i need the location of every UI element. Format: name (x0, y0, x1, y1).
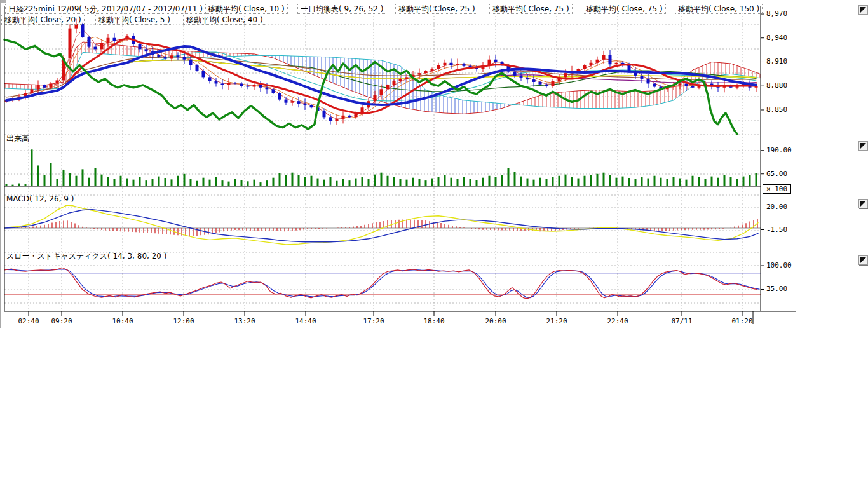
legend-item-indicator: 移動平均( Close, 150 ) (675, 4, 763, 14)
y-axis-label: 190.00 (766, 147, 792, 154)
y-axis-label: 8,940 (766, 34, 787, 42)
y-axis-label: 20.00 (766, 203, 787, 211)
diagonal-arrow-icon (860, 201, 866, 207)
x-axis-label: 09:20 (48, 318, 76, 325)
collapse-panel-icon[interactable] (858, 199, 868, 208)
price-chart-panel[interactable] (4, 19, 760, 125)
x-axis-label: 14:40 (292, 318, 320, 325)
x-axis-label: 10:40 (109, 318, 137, 325)
x-axis-label: 13:20 (231, 318, 259, 325)
legend-item-indicator: 移動平均( Close, 75 ) (583, 4, 666, 14)
y-axis-label: 65.00 (766, 170, 787, 178)
stochastics-panel-label: スロー・ストキャスティクス( 14, 3, 80, 20 ) (6, 252, 166, 261)
y-axis-label: 35.00 (766, 285, 787, 293)
stochastics-panel[interactable] (4, 268, 761, 299)
x-axis-label: 07/11 (668, 318, 696, 325)
x-axis-label: 21:20 (543, 318, 571, 325)
diagonal-arrow-icon (860, 7, 866, 13)
diagonal-arrow-icon (860, 143, 866, 149)
legend-item-indicator: 移動平均( Close, 75 ) (489, 4, 573, 14)
collapse-panel-icon[interactable] (858, 255, 868, 265)
y-axis-label: 8,850 (766, 106, 787, 114)
macd-panel-label: MACD( 12, 26, 9 ) (6, 194, 74, 203)
legend-item-indicator: 移動平均( Close, 5 ) (95, 15, 173, 25)
y-axis-label: 8,910 (766, 58, 787, 65)
legend-item-indicator: 移動平均( Close, 40 ) (183, 15, 266, 25)
y-axis-label: 100.00 (766, 262, 792, 269)
x-axis-label: 17:20 (360, 318, 388, 325)
x-axis-label: 20:00 (482, 318, 510, 325)
macd-histogram (6, 219, 757, 236)
x-axis-label: 01:20 (728, 318, 756, 325)
y-axis-label: 8,970 (766, 10, 787, 18)
macd-panel[interactable] (4, 205, 761, 245)
x-axis-label: 02:40 (15, 318, 43, 325)
diagonal-arrow-icon (860, 257, 866, 263)
legend-item-indicator: 移動平均( Close, 10 ) (205, 4, 288, 14)
y-axis-label: 8,880 (766, 82, 787, 90)
volume-multiplier-badge: × 100 (763, 184, 791, 194)
chart-application-window: 日経225mini 12/09( 5分, 2012/07/07 - 2012/0… (0, 0, 868, 488)
x-axis-label: 12:00 (170, 318, 198, 325)
volume-panel-label: 出来高 (6, 134, 29, 143)
x-axis-label: 22:40 (604, 318, 632, 325)
collapse-panel-icon[interactable] (858, 141, 868, 151)
volume-panel[interactable] (4, 149, 761, 186)
legend-item-indicator: 移動平均( Close, 20 ) (1, 15, 85, 25)
grid-lines (4, 6, 761, 310)
y-axis-label: -1.50 (766, 226, 787, 234)
collapse-panel-icon[interactable] (858, 5, 868, 15)
legend-item-indicator: 一目均衡表( 9, 26, 52 ) (297, 4, 386, 14)
legend-item-indicator: 移動平均( Close, 25 ) (395, 4, 478, 14)
chart-title: 日経225mini 12/09( 5分, 2012/07/07 - 2012/0… (5, 4, 206, 14)
x-axis-label: 18:40 (420, 318, 448, 325)
chart-canvas[interactable] (0, 0, 868, 488)
